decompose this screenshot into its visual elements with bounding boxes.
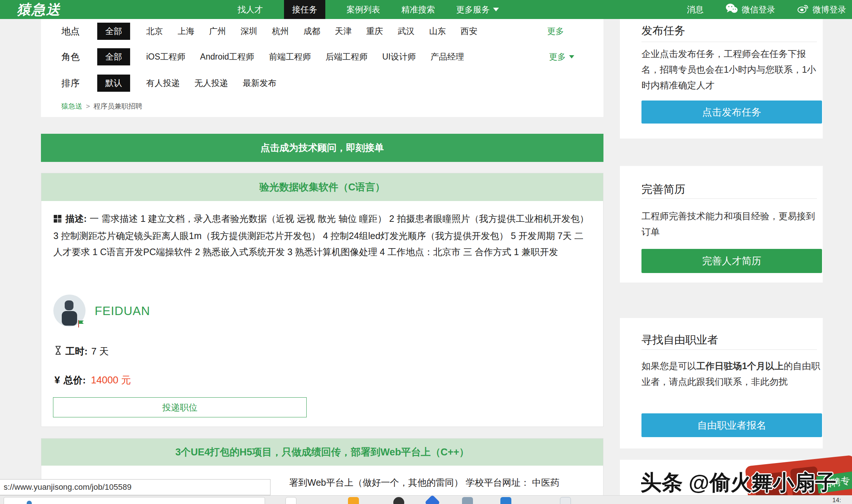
nav-messages[interactable]: 消息: [687, 4, 704, 15]
filter-option-city[interactable]: 天津: [335, 26, 352, 37]
filter-option-city[interactable]: 重庆: [366, 26, 383, 37]
filter-option-city[interactable]: 成都: [303, 26, 320, 37]
browser-status-url: s://www.yuanjisong.com/job/105589: [0, 479, 270, 495]
filter-option-sort[interactable]: 无人投递: [194, 77, 228, 89]
duration-hourglass-icon: [54, 345, 62, 358]
freelancer-panel: 寻找自由职业者 如果您是可以工作日驻场1个月以上的自由职业者，请点此跟我们联系，…: [620, 318, 823, 448]
filter-more-role-label: 更多: [549, 51, 566, 62]
complete-resume-panel: 完善简历 工程师完善技术能力和项目经验，更易接到订单 完善人才简历: [620, 166, 823, 283]
taskbar-icon[interactable]: [393, 497, 404, 504]
breadcrumb-separator: >: [86, 102, 90, 110]
filter-options-sort: 有人投递 无人投递 最新发布: [146, 77, 276, 89]
weibo-login[interactable]: 微博登录: [797, 3, 846, 16]
nav-precise-search[interactable]: 精准搜索: [401, 0, 435, 19]
freelancer-text: 如果您是可以工作日驻场1个月以上的自由职业者，请点此跟我们联系，非此勿扰: [641, 358, 822, 390]
filter-label-location: 地点: [61, 25, 80, 37]
taskbar-clock[interactable]: 14:: [832, 497, 841, 504]
flag-badge-icon: [77, 319, 84, 330]
watermark-text: 头条 @偷火舞小扇子: [640, 469, 837, 497]
filter-option-role[interactable]: iOS工程师: [146, 51, 185, 62]
taskbar-search-box[interactable]: [4, 497, 265, 504]
job-title-link[interactable]: 3个UE4打包的H5项目，只做成绩回传，部署到Web平台上（C++）: [41, 439, 603, 466]
main-nav: 找人才 接任务 案例列表 精准搜索 更多服务: [238, 0, 499, 19]
filter-row-location: 地点 全部 北京 上海 广州 深圳 杭州 成都 天津 重庆 武汉 山东 西安 更…: [61, 20, 589, 42]
job-card: 验光数据收集软件（C语言） 描述:一 需求描述 1 建立文档，录入患者验光数据（…: [41, 173, 603, 427]
filter-option-sort[interactable]: 有人投递: [146, 77, 180, 89]
job-title-link[interactable]: 验光数据收集软件（C语言）: [41, 173, 603, 201]
filter-option-city[interactable]: 山东: [429, 26, 446, 37]
publish-task-panel: 发布任务 企业点击发布任务，工程师会在任务下报名，招聘专员也会在1小时内与您联系…: [620, 7, 823, 139]
job-duration-row: 工时: 7 天: [54, 345, 109, 358]
job-description: 描述:一 需求描述 1 建立文档，录入患者验光数据（近视 远视 散光 轴位 瞳距…: [53, 211, 591, 260]
breadcrumb-home-link[interactable]: 猿急送: [61, 102, 82, 111]
taskbar: 14:: [0, 495, 852, 504]
nav-right-group: 消息 微信登录 微博登录: [687, 0, 846, 19]
complete-resume-button[interactable]: 完善人才简历: [641, 249, 822, 273]
divider: [641, 198, 817, 199]
job-price-row: ¥ 总价: 14000 元: [54, 374, 131, 387]
divider: [641, 349, 817, 350]
filter-options-role: iOS工程师 Android工程师 前端工程师 后端工程师 UI设计师 产品经理: [146, 51, 464, 62]
nav-find-talent[interactable]: 找人才: [238, 0, 263, 19]
filter-option-city[interactable]: 深圳: [241, 26, 257, 37]
nav-more-services-label: 更多服务: [456, 4, 490, 15]
search-icon: [27, 501, 32, 504]
filter-options-location: 北京 上海 广州 深圳 杭州 成都 天津 重庆 武汉 山东 西安: [146, 26, 477, 37]
filter-chip-location-all[interactable]: 全部: [97, 23, 130, 40]
filter-option-role[interactable]: UI设计师: [382, 51, 416, 62]
filter-more-role-link[interactable]: 更多: [549, 51, 574, 62]
filter-option-city[interactable]: 北京: [146, 26, 163, 37]
price-label: 总价:: [64, 374, 86, 387]
publish-task-text: 企业点击发布任务，工程师会在任务下报名，招聘专员也会在1小时内与您联系，1小时内…: [641, 46, 822, 93]
weibo-login-label: 微博登录: [813, 4, 846, 15]
chevron-down-icon: [493, 8, 499, 11]
freelancer-text-bold: 工作日驻场1个月以上: [696, 361, 784, 371]
taskbar-icon[interactable]: [425, 495, 440, 504]
filter-option-role[interactable]: 前端工程师: [269, 51, 311, 62]
filter-option-role[interactable]: 后端工程师: [326, 51, 368, 62]
filter-chip-sort-default[interactable]: 默认: [97, 75, 130, 92]
freelancer-signup-button[interactable]: 自由职业者报名: [641, 413, 822, 437]
filter-option-role[interactable]: 产品经理: [431, 51, 464, 62]
taskbar-icon[interactable]: [500, 497, 511, 504]
yen-icon: ¥: [54, 375, 60, 386]
company-name-link[interactable]: FEIDUAN: [95, 304, 150, 318]
weibo-icon: [797, 3, 809, 16]
filter-option-city[interactable]: 上海: [178, 26, 194, 37]
taskbar-icon[interactable]: [560, 497, 571, 504]
filter-option-city[interactable]: 西安: [461, 26, 477, 37]
duration-value: 7 天: [91, 345, 109, 358]
taskbar-icon[interactable]: [348, 497, 359, 504]
description-grid-icon: [53, 212, 62, 228]
nav-more-services[interactable]: 更多服务: [456, 0, 499, 19]
wechat-login-label: 微信登录: [742, 4, 775, 15]
page: 地点 全部 北京 上海 广州 深圳 杭州 成都 天津 重庆 武汉 山东 西安 更…: [0, 0, 852, 504]
apply-job-button[interactable]: 投递职位: [53, 397, 307, 417]
filter-more-location-link[interactable]: 更多: [547, 26, 564, 37]
chevron-down-icon: [569, 55, 574, 58]
nav-take-tasks[interactable]: 接任务: [284, 0, 325, 19]
duration-label: 工时:: [65, 345, 88, 358]
filter-option-sort[interactable]: 最新发布: [243, 77, 276, 89]
breadcrumb: 猿急送 > 程序员兼职招聘: [61, 102, 142, 111]
nav-case-list[interactable]: 案例列表: [347, 0, 380, 19]
site-logo[interactable]: 猿急送: [17, 0, 61, 19]
filter-label-role: 角色: [61, 51, 80, 63]
filter-option-city[interactable]: 杭州: [272, 26, 289, 37]
taskbar-icon[interactable]: [285, 497, 296, 504]
wechat-login[interactable]: 微信登录: [726, 3, 775, 16]
publish-task-button[interactable]: 点击发布任务: [641, 101, 822, 124]
freelancer-title: 寻找自由职业者: [641, 333, 718, 348]
price-value: 14000 元: [91, 374, 131, 387]
filter-option-city[interactable]: 武汉: [398, 26, 414, 37]
filter-option-city[interactable]: 广州: [209, 26, 226, 37]
become-consultant-banner[interactable]: 点击成为技术顾问，即刻接单: [41, 134, 603, 162]
top-navbar: 猿急送 找人才 接任务 案例列表 精准搜索 更多服务 消息 微信登录 微博登录: [0, 0, 852, 19]
complete-resume-title: 完善简历: [641, 182, 685, 197]
filter-chip-role-all[interactable]: 全部: [97, 48, 130, 65]
filter-row-role: 角色 全部 iOS工程师 Android工程师 前端工程师 后端工程师 UI设计…: [61, 46, 589, 67]
breadcrumb-current: 程序员兼职招聘: [94, 102, 142, 111]
filter-option-role[interactable]: Android工程师: [200, 51, 254, 62]
taskbar-icon[interactable]: [462, 497, 473, 504]
job-description-text: 一 需求描述 1 建立文档，录入患者验光数据（近视 远视 散光 轴位 瞳距） 2…: [53, 213, 589, 257]
